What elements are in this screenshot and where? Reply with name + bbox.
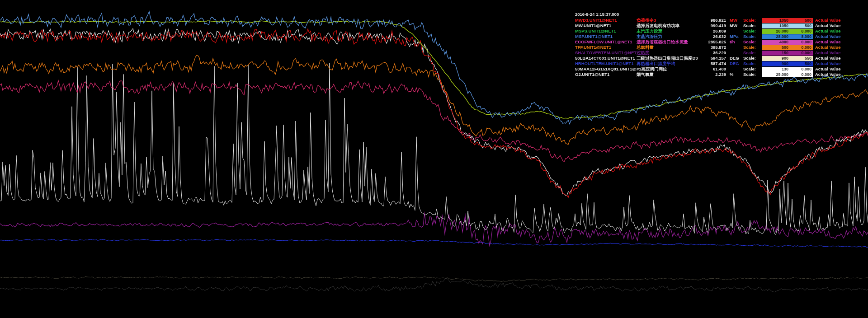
value-label: 594.157 [701,56,730,61]
value-label: 587.474 [701,61,730,66]
scale-min: 8.000 [789,34,813,39]
unit-label: MW [730,18,743,23]
unit-label: t/h [730,39,743,45]
scale-max: 4000 [762,39,789,45]
scale-label: Scale: [743,23,762,28]
scale-label: Scale: [743,72,762,77]
scale-bar: 900550 [762,56,813,61]
unit-label: DEG [730,56,743,61]
scale-max: 1050 [762,18,789,23]
actual-value-label: Actual Value [813,66,848,72]
scale-label: Scale: [743,66,762,72]
scale-bar: 5000.000 [762,45,813,50]
scale-min: 8.000 [789,28,813,34]
legend-row[interactable]: ECOFWFLOW.UNIT1@NET1选择后省煤器出口给水流量2855.825… [575,39,848,45]
scale-min: 0.000 [789,45,813,50]
legend-row[interactable]: HRHOUTLTEM.UNIT1@NET1再热器出口温度平均587.474DEG… [575,61,848,66]
scale-max: 1050 [762,23,789,28]
unit-label: MPa [730,34,743,39]
legend-rows: MWD3.UNIT1@NET1负荷指令3986.921MWScale:10505… [575,18,848,77]
scale-label: Scale: [743,28,762,34]
scale-max: 900 [762,61,789,66]
legend-row[interactable]: MSPS.UNIT1@NET1主汽压力设定26.009Scale:28.0008… [575,28,848,34]
trend-timestamp: 2016-8-24 1:15:37.000 [575,12,848,18]
scale-label: Scale: [743,18,762,23]
value-label: 36.220 [701,50,730,56]
scale-bar: 900500 [762,61,813,66]
description-label: 三级过热器出口集箱出口温度D3 [637,56,701,61]
description-label: 再热器出口温度平均 [637,61,701,66]
tag-label: O2.UNIT1@NET1 [575,72,637,77]
scale-label: Scale: [743,39,762,45]
legend-row[interactable]: TFF.UNIT1@NET1总燃料量395.872Scale:5000.000A… [575,45,848,50]
unit-label: % [730,72,743,77]
scale-max: 28.000 [762,28,789,34]
actual-value-label: Actual Value [813,61,848,66]
description-label: 负荷指令3 [637,18,701,23]
description-label: 烟气氧量 [637,72,701,77]
scale-bar: 1050500 [762,18,813,23]
unit-label: MW [730,23,743,28]
tag-label: MW.UNIT1@NET1 [575,23,637,28]
scale-bar: 28.0008.000 [762,29,813,34]
scale-label: Scale: [743,56,762,61]
tag-label: 50LBA14CT003.UNIT1@NET1 [575,56,637,61]
scale-max: 900 [762,56,789,61]
legend-panel: 2016-8-24 1:15:37.000 MWD3.UNIT1@NET1负荷指… [575,12,848,77]
legend-row[interactable]: MWD3.UNIT1@NET1负荷指令3986.921MWScale:10505… [575,18,848,23]
tag-label: MSP.UNIT1@NET1 [575,34,637,39]
value-label: 2.239 [701,72,730,77]
scale-bar: 1500.000 [762,51,813,56]
value-label: 986.921 [701,18,730,23]
actual-value-label: Actual Value [813,45,848,50]
actual-value-label: Actual Value [813,18,848,23]
scale-label: Scale: [743,50,762,56]
legend-row[interactable]: MSP.UNIT1@NET1主蒸汽管压力26.032MPaScale:28.00… [575,34,848,39]
scale-min: 0.000 [789,39,813,45]
actual-value-label: Actual Value [813,39,848,45]
scale-min: 0.000 [789,50,813,56]
actual-value-label: Actual Value [813,34,848,39]
description-label: 选择后省煤器出口给水流量 [637,39,701,45]
actual-value-label: Actual Value [813,28,848,34]
value-label: 2855.825 [701,39,730,45]
unit-label: DEG [730,61,743,66]
legend-row[interactable]: O2.UNIT1@NET1烟气氧量2.239%Scale:25.0000.000… [575,72,848,77]
scale-min: 500 [789,61,813,66]
scale-min: 0.000 [789,66,813,72]
tag-label: MWD3.UNIT1@NET1 [575,18,637,23]
tag-label: HRHOUTLTEM.UNIT1@NET1 [575,61,637,66]
tag-label: TFF.UNIT1@NET1 [575,45,637,50]
description-label: 选择后发电机有功功率 [637,23,701,28]
tag-label: ECOFWFLOW.UNIT1@NET1 [575,39,637,45]
scale-min: 550 [789,56,813,61]
scale-bar: 1300.000 [762,67,813,72]
scale-max: 25.000 [762,72,789,77]
actual-value-label: Actual Value [813,72,848,77]
value-label: 26.032 [701,34,730,39]
tag-label: SHALTOVERTEM.UNIT1@NET1 [575,50,637,56]
value-label: 395.872 [701,45,730,50]
tag-label: 50MAA12FG151XQ01.UNIT1@NET1 [575,66,637,72]
legend-row[interactable]: 50LBA14CT003.UNIT1@NET1三级过热器出口集箱出口温度D359… [575,56,848,61]
scale-min: 0.000 [789,72,813,77]
scale-max: 150 [762,50,789,56]
scale-bar: 1050500 [762,23,813,28]
description-label: 总燃料量 [637,45,701,50]
scale-max: 28.000 [762,34,789,39]
description-label: 主汽压力设定 [637,28,701,34]
description-label: 过热度 [637,50,701,56]
trend-screen: 2016-8-24 1:15:37.000 MWD3.UNIT1@NET1负荷指… [0,0,868,318]
value-label: 61.400 [701,66,730,72]
scale-label: Scale: [743,34,762,39]
legend-row[interactable]: 50MAA12FG151XQ01.UNIT1@NET1#1高压调门阀位61.40… [575,66,848,72]
scale-bar: 40000.000 [762,40,813,45]
actual-value-label: Actual Value [813,56,848,61]
scale-bar: 25.0000.000 [762,72,813,77]
scale-bar: 28.0008.000 [762,34,813,39]
scale-min: 500 [789,18,813,23]
legend-row[interactable]: MW.UNIT1@NET1选择后发电机有功功率990.419MWScale:10… [575,23,848,28]
description-label: #1高压调门阀位 [637,66,701,72]
legend-row[interactable]: SHALTOVERTEM.UNIT1@NET1过热度36.220Scale:15… [575,50,848,56]
tag-label: MSPS.UNIT1@NET1 [575,28,637,34]
